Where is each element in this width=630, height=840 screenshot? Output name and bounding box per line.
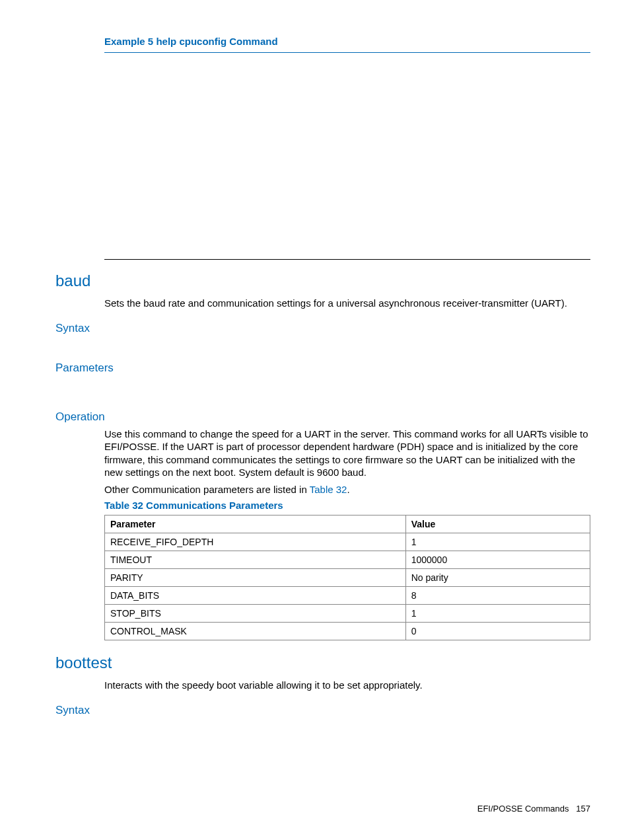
table-cell-value: 1000000 [405,551,590,569]
example-title: Example 5 help cpuconfig Command [104,36,590,47]
table-cell-param: CONTROL_MASK [105,623,406,640]
table-row: DATA_BITS 8 [105,587,590,605]
table-header-value: Value [405,515,590,533]
table-32-link[interactable]: Table 32 [310,484,347,495]
baud-other-params-line: Other Communication parameters are liste… [104,483,590,496]
baud-parameters-heading: Parameters [55,362,590,375]
table-cell-value: 1 [405,605,590,623]
footer-page-number: 157 [576,804,590,814]
page: Example 5 help cpuconfig Command baud Se… [0,0,630,840]
boottest-heading: boottest [55,654,590,672]
table-cell-param: PARITY [105,569,406,587]
table-cell-value: No parity [405,569,590,587]
page-footer: EFI/POSSE Commands 157 [477,804,590,814]
table-cell-param: TIMEOUT [105,551,406,569]
table-header-row: Parameter Value [105,515,590,533]
baud-description: Sets the baud rate and communication set… [104,297,590,310]
table-row: RECEIVE_FIFO_DEPTH 1 [105,533,590,551]
baud-other-params-suffix: . [347,484,349,495]
baud-heading: baud [55,272,590,290]
baud-other-params-prefix: Other Communication parameters are liste… [104,484,310,495]
boottest-syntax-heading: Syntax [55,704,590,717]
table-cell-param: STOP_BITS [105,605,406,623]
boottest-description: Interacts with the speedy boot variable … [104,679,590,692]
section-divider [104,259,590,260]
table-row: TIMEOUT 1000000 [105,551,590,569]
baud-syntax-heading: Syntax [55,322,590,335]
table-cell-value: 8 [405,587,590,605]
footer-section: EFI/POSSE Commands [477,804,569,814]
baud-operation-heading: Operation [55,410,590,424]
table-cell-value: 0 [405,623,590,640]
table-cell-param: RECEIVE_FIFO_DEPTH [105,533,406,551]
code-block-placeholder [55,53,590,259]
table-header-param: Parameter [105,515,406,533]
table-row: STOP_BITS 1 [105,605,590,623]
table-row: CONTROL_MASK 0 [105,623,590,640]
table-row: PARITY No parity [105,569,590,587]
table-32-caption: Table 32 Communications Parameters [104,500,590,511]
table-32: Parameter Value RECEIVE_FIFO_DEPTH 1 TIM… [104,515,590,640]
table-cell-value: 1 [405,533,590,551]
table-cell-param: DATA_BITS [105,587,406,605]
baud-operation-text: Use this command to change the speed for… [104,428,590,479]
